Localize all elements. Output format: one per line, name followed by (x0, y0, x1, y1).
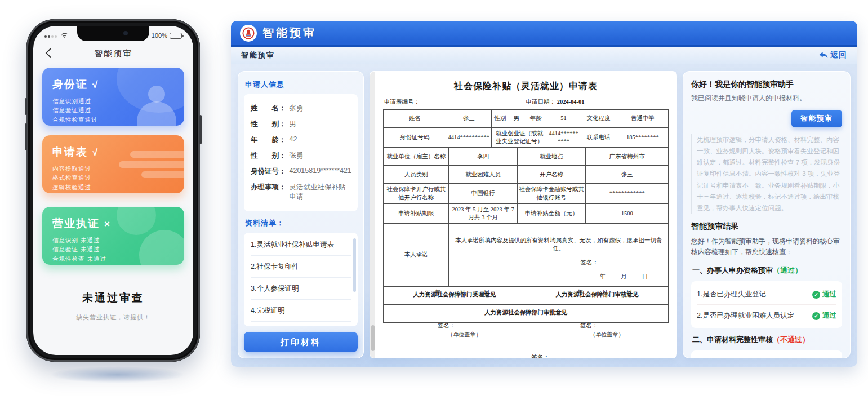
date-placeholder: 年 月 日 (600, 273, 649, 281)
app-header: 智能预审 (231, 21, 857, 47)
material-item: 2.社保卡复印件 (251, 256, 351, 278)
return-arrow-icon (819, 51, 828, 59)
pass-badge: ✓通过 (812, 290, 836, 299)
material-item: 1.灵活就业社保补贴申请表 (251, 234, 351, 256)
field-label: 姓 名： (251, 104, 286, 113)
applicant-info-card: 姓 名：张勇 性 别：男 年 龄：42 性 别：张勇 身份证号：42015819… (244, 94, 358, 211)
card-status-line: 合规性检查 未通过 (52, 254, 174, 263)
battery-icon (170, 33, 182, 39)
cell-value: 中国银行 (449, 184, 517, 203)
app-title: 智能预审 (262, 25, 317, 41)
badge-label: 通过 (822, 290, 836, 299)
business-license-result-card[interactable]: 营业执证× 信息识别 未通过 信息验证 未通过 合规性检查 未通过 (42, 207, 184, 265)
cell-label: 文化程度 (580, 110, 617, 128)
applicant-info-title: 申请人信息 (245, 79, 357, 90)
section1-status: （通过） (773, 266, 802, 274)
review-result-intro: 您好！作为智能预审助手，现将申请资料的核心审核内容梳理如下，帮您快速核查： (691, 236, 842, 258)
phone-shadow (50, 366, 185, 383)
assistant-thinking-text: 先梳理预审逻辑，分申请人资格、材料完整、内容一致、业务规则四大块。资格预审看失业… (691, 134, 842, 214)
cell-value: 185******** (617, 128, 668, 148)
unit-seal-label: （单位盖章） (447, 331, 481, 339)
materials-list: 1.灵活就业社保补贴申请表 2.社保卡复印件 3.个人参保证明 4.完税证明 5… (244, 233, 358, 326)
idcard-result-card[interactable]: 身份证√ 信息识别通过 信息验证通过 合规性检查通过 (42, 68, 184, 126)
check-name: 2.是否已办理就业困难人员认定 (697, 311, 794, 321)
camera-dot-icon (123, 31, 128, 35)
material-item: 4.完税证明 (251, 300, 351, 322)
field-label: 性 别： (251, 119, 286, 129)
return-button[interactable]: 返回 (819, 50, 847, 60)
check-item: 2.是否已办理就业困难人员认定 ✓通过 (697, 305, 836, 326)
cell-label: 就业单位（雇主）名称 (384, 148, 449, 166)
form-table-top: 姓名张三 性别男 年龄51 文化程度普通中学 身份证号码4414********… (383, 109, 669, 148)
field-value: 42015819*******421 (290, 167, 352, 176)
card-title: 申请表 (52, 146, 88, 158)
section1-card: 1.是否已办理失业登记 ✓通过 2.是否已办理就业困难人员认定 ✓通过 (691, 281, 842, 328)
cross-mark: × (104, 219, 111, 229)
document-title: 社会保险补贴（灵活就业）申请表 (383, 77, 669, 97)
wifi-icon (61, 33, 69, 39)
field-label: 年 龄： (251, 135, 286, 145)
card-status-line: 格式检查通过 (52, 173, 174, 182)
cell-label: 社会保障卡金融账号或其他银行账号 (517, 184, 585, 203)
card-status-line: 逻辑校验通过 (52, 183, 174, 192)
phone-volume-up-button (25, 98, 27, 115)
field-value: 42 (290, 135, 297, 145)
lines-decoration (130, 151, 184, 158)
field-label: 身份证号： (251, 167, 286, 176)
field-label: 性 别： (251, 151, 286, 161)
assistant-greeting: 你好！我是你的智能预审助手 (691, 79, 842, 90)
apply-date-label: 申请日期： (526, 99, 556, 105)
screenshot-stage: 100% 智能预审 身份证√ 信息识别通过 信息验证通过 合规性检查通过 (0, 0, 868, 404)
applicant-panel: 申请人信息 姓 名：张勇 性 别：男 年 龄：42 性 别：张勇 身份证号：42… (238, 71, 364, 358)
cell-label: 就业地点 (517, 148, 585, 166)
materials-scrollbar[interactable] (353, 238, 356, 292)
cell-label: 开户名称 (517, 166, 585, 184)
field-value: 张勇 (290, 151, 304, 161)
signal-dots-icon (44, 32, 58, 39)
card-status-line: 信息识别 未通过 (52, 236, 174, 245)
check-mark: √ (92, 79, 99, 90)
application-form-result-card[interactable]: 申请表√ 内容提取通过 格式检查通过 逻辑校验通过 (42, 135, 184, 193)
pass-badge: ✓通过 (812, 311, 836, 321)
cell-value: 普通中学 (617, 110, 668, 128)
cell-value: 4414********** (446, 128, 492, 148)
document-scrollbar-thumb[interactable] (371, 325, 375, 351)
materials-list-title: 资料清单： (245, 218, 357, 228)
assistant-panel: 你好！我是你的智能预审助手 我已阅读并且知晓申请人的申报材料。 智能预审 先梳理… (683, 71, 851, 358)
cell-value: 张三 (446, 110, 492, 128)
card-title: 营业执证 (52, 217, 100, 229)
card-title: 身份证 (52, 78, 88, 90)
check-circle-icon: ✓ (812, 312, 820, 320)
page-title: 智能预审 (241, 50, 275, 60)
breadcrumb-bar: 智能预审 返回 (231, 47, 857, 64)
field-label: 办理事项： (251, 183, 286, 202)
section2-title: 二、申请材料完整性审核 (692, 335, 773, 344)
promise-text: 本人承诺所填内容及提供的所有资料均属真实、无误，如有虚假，愿承担一切责任。 (450, 225, 667, 252)
section2-status: （不通过） (773, 335, 809, 344)
verdict-description: 缺失营业执证，请提供！ (33, 313, 193, 322)
cell-value: 4414********** (547, 128, 580, 148)
check-item: 1.是否已办理失业登记 ✓通过 (697, 283, 836, 305)
check-name: 1.是否已办理失业登记 (697, 290, 766, 299)
field-value: 张勇 (290, 104, 304, 113)
cell-label: 申请补贴期限 (384, 203, 449, 223)
section1-title: 一、办事人申办资格预审 (692, 266, 773, 274)
card-status-line: 合规性检查通过 (52, 115, 174, 124)
signature-label: 签名： (580, 322, 598, 330)
form-table-opinions: 人力资源社会保障部门受理意见 签名： （单位盖章） 年 月 日 人力资源社会保障… (383, 286, 669, 305)
apply-date-value: 2024-04-01 (557, 99, 585, 105)
back-chevron-icon[interactable] (42, 46, 56, 60)
cell-label: 联系电话 (580, 128, 617, 148)
smart-review-button[interactable]: 智能预审 (791, 110, 842, 127)
cell-label: 年龄 (524, 110, 547, 128)
cell-label: 性别 (492, 110, 509, 128)
signature-label: 签名： (532, 353, 550, 358)
document-scrollbar-track[interactable] (370, 72, 375, 358)
check-mark: √ (92, 147, 99, 158)
print-materials-button[interactable]: 打印材料 (244, 332, 358, 352)
cell-value: 51 (547, 110, 580, 128)
signature-label: 签名： (438, 322, 456, 330)
date-placeholder: 年 月 日 (435, 288, 492, 296)
cell-label: 人员类别 (384, 166, 449, 184)
phone-volume-down-button (25, 123, 27, 150)
